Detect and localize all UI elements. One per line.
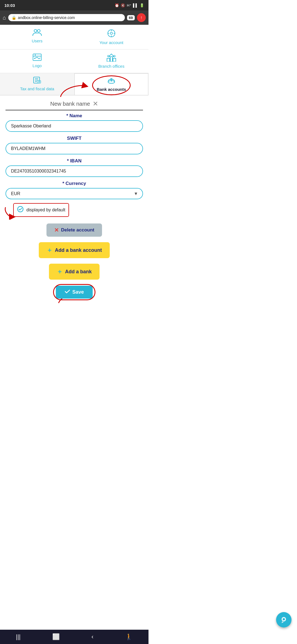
network-icon: H⁺ bbox=[127, 3, 131, 7]
time-display: 10:03 bbox=[4, 3, 15, 8]
add-bank-account-button[interactable]: ＋ Add a bank account bbox=[39, 242, 109, 258]
svg-point-11 bbox=[34, 58, 35, 59]
nav-item-your-account[interactable]: Your account bbox=[74, 25, 148, 49]
save-label: Save bbox=[72, 289, 84, 295]
bank-name-row: New bank name ✕ bbox=[6, 100, 143, 110]
iban-field-group: * IBAN bbox=[6, 158, 143, 177]
your-account-label: Your account bbox=[99, 40, 123, 45]
add-bank-account-plus-icon: ＋ bbox=[46, 246, 53, 254]
swift-label: SWIFT bbox=[6, 136, 143, 141]
add-bank-label: Add a bank bbox=[65, 269, 92, 275]
save-button[interactable]: Save bbox=[56, 286, 93, 299]
bank-name-placeholder: New bank name bbox=[50, 101, 90, 107]
iban-input[interactable] bbox=[6, 165, 143, 177]
svg-rect-13 bbox=[107, 58, 110, 62]
svg-rect-14 bbox=[113, 58, 116, 62]
add-bank-account-label: Add a bank account bbox=[55, 247, 102, 253]
svg-point-3 bbox=[110, 32, 112, 34]
svg-marker-15 bbox=[109, 54, 114, 57]
checkbox-checked-icon bbox=[17, 206, 24, 214]
tab-tax-label: Tax and fiscal data bbox=[20, 86, 54, 91]
lock-icon: 🔒 bbox=[12, 15, 16, 20]
swift-field-group: SWIFT bbox=[6, 136, 143, 154]
users-icon bbox=[32, 29, 42, 37]
mute-icon: 🔇 bbox=[121, 3, 125, 7]
battery-icon: 🔋 bbox=[140, 3, 144, 7]
your-account-icon bbox=[107, 29, 116, 39]
url-text: andbox.online-billing-service.com bbox=[18, 15, 75, 20]
delete-x-icon: ✕ bbox=[54, 227, 59, 233]
name-field-group: * Name bbox=[6, 113, 143, 132]
delete-account-label: Delete account bbox=[61, 227, 94, 233]
nav-item-branch-offices[interactable]: Branch offices bbox=[74, 50, 148, 73]
close-button[interactable]: ✕ bbox=[93, 100, 98, 108]
tab-tax[interactable]: Tax and fiscal data bbox=[0, 73, 74, 95]
nav-grid-bottom: Logo Branch offices bbox=[0, 50, 148, 73]
save-btn-wrapper: Save bbox=[56, 286, 93, 299]
add-bank-plus-icon: ＋ bbox=[57, 268, 63, 276]
name-input[interactable] bbox=[6, 120, 143, 132]
upload-icon[interactable]: ↑ bbox=[137, 13, 146, 22]
url-bar[interactable]: 🔒 andbox.online-billing-service.com bbox=[8, 14, 125, 21]
tab-count[interactable]: 69 bbox=[127, 15, 135, 20]
save-check-icon bbox=[65, 289, 70, 295]
tab-bank[interactable]: Bank accounts bbox=[74, 73, 148, 95]
status-bar: 10:03 ⏰ 🔇 H⁺ ▌▌ 🔋 bbox=[0, 0, 148, 10]
add-bank-button[interactable]: ＋ Add a bank bbox=[49, 264, 99, 280]
buttons-area: ✕ Delete account ＋ Add a bank account ＋ … bbox=[6, 221, 143, 299]
status-icons: ⏰ 🔇 H⁺ ▌▌ 🔋 bbox=[115, 3, 144, 7]
nav-item-logo[interactable]: Logo bbox=[0, 50, 74, 73]
signal-icon: ▌▌ bbox=[133, 3, 138, 7]
swift-input[interactable] bbox=[6, 143, 143, 154]
svg-point-0 bbox=[34, 29, 37, 32]
tab-row: Tax and fiscal data Bank accounts bbox=[0, 73, 148, 95]
currency-select[interactable]: EUR USD GBP CHF bbox=[6, 188, 143, 199]
browser-bar: ⌂ 🔒 andbox.online-billing-service.com 69… bbox=[0, 10, 148, 25]
svg-rect-12 bbox=[110, 57, 112, 62]
currency-label: * Currency bbox=[6, 181, 143, 186]
content-area: New bank name ✕ * Name SWIFT * IBAN * Cu… bbox=[0, 95, 148, 307]
displayed-by-default-row[interactable]: displayed by default bbox=[13, 203, 69, 217]
name-label: * Name bbox=[6, 113, 143, 119]
home-icon[interactable]: ⌂ bbox=[3, 15, 6, 21]
logo-icon bbox=[32, 53, 42, 62]
bank-icon bbox=[107, 77, 116, 86]
branch-offices-label: Branch offices bbox=[98, 64, 125, 69]
svg-point-1 bbox=[37, 29, 40, 32]
nav-grid-top: Users Your account bbox=[0, 25, 148, 50]
tab-bank-label: Bank accounts bbox=[97, 87, 126, 92]
currency-select-wrapper: EUR USD GBP CHF ▼ bbox=[6, 188, 143, 199]
logo-label: Logo bbox=[32, 63, 42, 68]
delete-account-button[interactable]: ✕ Delete account bbox=[46, 223, 102, 237]
tax-icon bbox=[33, 77, 41, 85]
iban-label: * IBAN bbox=[6, 158, 143, 164]
currency-field-group: * Currency EUR USD GBP CHF ▼ bbox=[6, 181, 143, 199]
alarm-icon: ⏰ bbox=[115, 3, 119, 7]
displayed-by-default-label: displayed by default bbox=[26, 208, 65, 212]
users-label: Users bbox=[32, 39, 42, 43]
branch-offices-icon bbox=[106, 53, 116, 63]
nav-item-users[interactable]: Users bbox=[0, 25, 74, 49]
